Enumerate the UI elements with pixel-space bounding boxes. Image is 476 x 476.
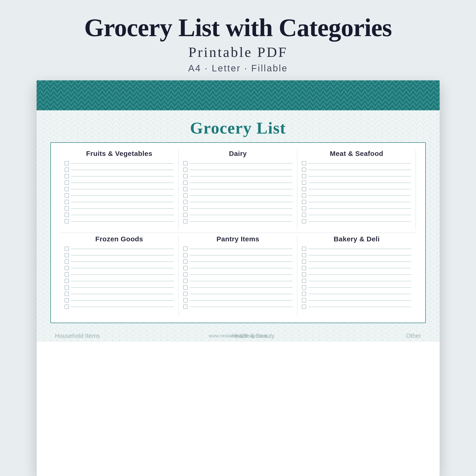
checklist-meat-seafood bbox=[302, 161, 411, 223]
list-item bbox=[65, 259, 174, 264]
checkbox[interactable] bbox=[65, 285, 69, 289]
checkbox[interactable] bbox=[302, 285, 306, 289]
main-title: Grocery List with Categories bbox=[9, 14, 467, 42]
checkbox[interactable] bbox=[65, 219, 69, 223]
list-item bbox=[302, 266, 411, 270]
check-line bbox=[190, 268, 292, 268]
check-line bbox=[71, 300, 174, 301]
list-item bbox=[183, 279, 292, 283]
check-line bbox=[71, 176, 174, 176]
check-line bbox=[308, 170, 411, 170]
list-item bbox=[65, 298, 174, 302]
checkbox[interactable] bbox=[302, 187, 306, 191]
checkbox[interactable] bbox=[183, 200, 187, 204]
checkbox[interactable] bbox=[65, 292, 69, 296]
list-item bbox=[183, 285, 292, 289]
checkbox[interactable] bbox=[302, 213, 306, 217]
checkbox[interactable] bbox=[302, 174, 306, 178]
checkbox[interactable] bbox=[302, 206, 306, 210]
checkbox[interactable] bbox=[183, 253, 187, 257]
list-item bbox=[302, 253, 411, 257]
checkbox[interactable] bbox=[65, 253, 69, 257]
checkbox[interactable] bbox=[302, 253, 306, 257]
check-line bbox=[71, 215, 174, 215]
check-line bbox=[71, 202, 174, 202]
list-item bbox=[183, 206, 292, 210]
list-item bbox=[183, 161, 292, 165]
checkbox[interactable] bbox=[183, 206, 187, 210]
checkbox[interactable] bbox=[302, 305, 306, 309]
checkbox[interactable] bbox=[65, 161, 69, 165]
checkbox[interactable] bbox=[183, 266, 187, 270]
checkbox[interactable] bbox=[302, 181, 306, 185]
check-line bbox=[71, 189, 174, 189]
checkbox[interactable] bbox=[65, 247, 69, 251]
bottom-label-other: Other bbox=[406, 332, 421, 340]
check-line bbox=[308, 307, 411, 307]
checkbox[interactable] bbox=[183, 213, 187, 217]
list-item bbox=[302, 200, 411, 204]
checkbox[interactable] bbox=[65, 174, 69, 178]
checkbox[interactable] bbox=[183, 181, 187, 185]
checkbox[interactable] bbox=[183, 187, 187, 191]
checkbox[interactable] bbox=[183, 305, 187, 309]
checkbox[interactable] bbox=[65, 193, 69, 198]
checkbox[interactable] bbox=[183, 259, 187, 264]
checkbox[interactable] bbox=[302, 219, 306, 223]
checkbox[interactable] bbox=[65, 266, 69, 270]
checkbox[interactable] bbox=[65, 259, 69, 264]
checkbox[interactable] bbox=[65, 206, 69, 210]
checkbox[interactable] bbox=[302, 272, 306, 277]
list-item bbox=[65, 168, 174, 172]
checkbox[interactable] bbox=[302, 298, 306, 302]
header-section: Grocery List with Categories Printable P… bbox=[0, 0, 476, 80]
checkbox[interactable] bbox=[65, 168, 69, 172]
list-item bbox=[65, 266, 174, 270]
checkbox[interactable] bbox=[65, 181, 69, 185]
checkbox[interactable] bbox=[183, 174, 187, 178]
category-title-fruits-veg: Fruits & Vegetables bbox=[65, 150, 174, 157]
checkbox[interactable] bbox=[65, 200, 69, 204]
category-title-dairy: Dairy bbox=[183, 150, 292, 157]
checkbox[interactable] bbox=[65, 213, 69, 217]
list-item bbox=[183, 253, 292, 257]
list-item bbox=[302, 272, 411, 277]
check-line bbox=[308, 215, 411, 215]
checkbox[interactable] bbox=[302, 247, 306, 251]
subtitle: Printable PDF bbox=[9, 44, 467, 60]
checkbox[interactable] bbox=[183, 219, 187, 223]
check-line bbox=[190, 189, 292, 189]
checkbox[interactable] bbox=[65, 187, 69, 191]
checkbox[interactable] bbox=[302, 168, 306, 172]
checkbox[interactable] bbox=[183, 292, 187, 296]
checkbox[interactable] bbox=[302, 200, 306, 204]
check-line bbox=[308, 163, 411, 164]
checkbox[interactable] bbox=[183, 279, 187, 283]
check-line bbox=[71, 294, 174, 294]
checkbox[interactable] bbox=[183, 285, 187, 289]
list-item bbox=[302, 219, 411, 223]
checkbox[interactable] bbox=[65, 272, 69, 277]
checkbox[interactable] bbox=[65, 305, 69, 309]
list-item bbox=[183, 292, 292, 296]
checkbox[interactable] bbox=[65, 298, 69, 302]
checkbox[interactable] bbox=[183, 161, 187, 165]
category-col-frozen-goods: Frozen Goods bbox=[60, 235, 179, 316]
checkbox[interactable] bbox=[302, 193, 306, 198]
list-item bbox=[183, 272, 292, 277]
checkbox[interactable] bbox=[65, 279, 69, 283]
checkbox[interactable] bbox=[302, 266, 306, 270]
checkbox[interactable] bbox=[183, 272, 187, 277]
checkbox[interactable] bbox=[302, 292, 306, 296]
checkbox[interactable] bbox=[183, 247, 187, 251]
checkbox[interactable] bbox=[183, 168, 187, 172]
checkbox[interactable] bbox=[183, 298, 187, 302]
check-line bbox=[190, 170, 292, 170]
checkbox[interactable] bbox=[183, 193, 187, 198]
check-line bbox=[190, 249, 292, 249]
checkbox[interactable] bbox=[302, 259, 306, 264]
checkbox[interactable] bbox=[302, 161, 306, 165]
checkbox[interactable] bbox=[302, 279, 306, 283]
doc-title: Grocery List bbox=[37, 110, 440, 142]
check-line bbox=[308, 281, 411, 281]
